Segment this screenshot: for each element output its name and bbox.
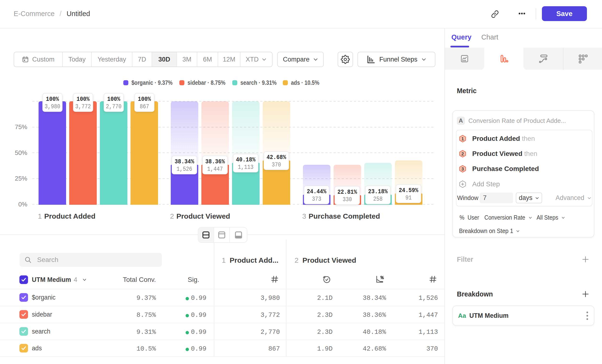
svg-text:1: 1 — [462, 136, 464, 141]
svg-text:3: 3 — [462, 166, 464, 171]
svg-text:2: 2 — [462, 151, 464, 156]
